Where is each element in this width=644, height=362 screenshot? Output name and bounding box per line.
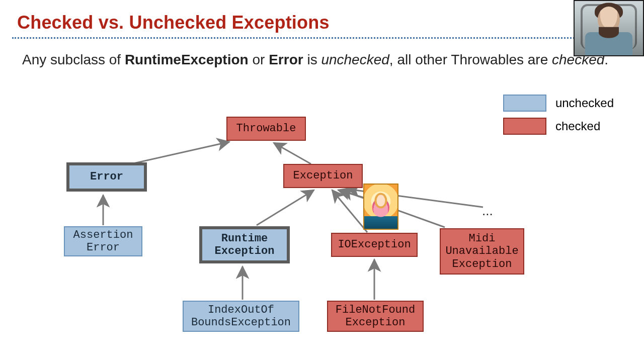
arrow-runtimeexception-to-exception xyxy=(257,190,314,225)
webcam-overlay xyxy=(574,0,644,56)
webcam-beard xyxy=(599,27,619,38)
arrow-exception-to-throwable xyxy=(274,143,311,164)
arrows-layer xyxy=(0,0,644,362)
ellipsis: ... xyxy=(482,203,493,219)
deity-image-water xyxy=(364,216,397,229)
slide: Checked vs. Unchecked Exceptions Any sub… xyxy=(0,0,644,362)
arrow-error-to-throwable xyxy=(127,142,229,165)
deity-image xyxy=(363,184,398,230)
